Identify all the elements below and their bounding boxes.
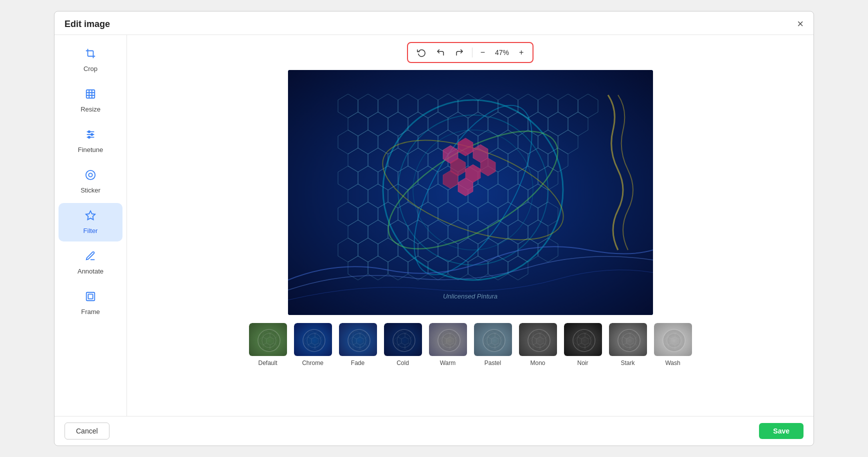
sidebar-item-label-filter: Filter: [84, 227, 98, 234]
filter-thumb-default: [248, 322, 288, 357]
sticker-icon: [85, 170, 96, 184]
filter-thumb-mono: [518, 322, 558, 357]
filter-item-noir[interactable]: Noir: [563, 322, 603, 366]
frame-icon: [85, 291, 96, 305]
image-canvas: Unlicensed Pintura: [288, 70, 653, 315]
cancel-button[interactable]: Cancel: [64, 422, 110, 440]
sidebar-item-label-crop: Crop: [84, 65, 98, 72]
svg-point-216: [577, 334, 591, 348]
filter-label-noir: Noir: [577, 360, 588, 366]
filter-label-wash: Wash: [665, 360, 680, 366]
sidebar: Crop Resize Finetune Sticker Filter Anno…: [54, 35, 127, 416]
svg-point-176: [397, 334, 411, 348]
toolbar: − 47% +: [407, 42, 534, 63]
filter-label-chrome: Chrome: [302, 360, 324, 366]
filter-item-warm[interactable]: Warm: [428, 322, 468, 366]
svg-point-236: [667, 334, 681, 348]
main-content: − 47% +: [127, 35, 814, 416]
svg-rect-11: [88, 294, 92, 298]
filter-thumb-cold: [383, 322, 423, 357]
sidebar-item-label-sticker: Sticker: [80, 186, 100, 194]
filter-thumb-noir: [563, 322, 603, 357]
svg-point-186: [442, 334, 456, 348]
svg-point-196: [487, 334, 501, 348]
modal-title: Edit image: [64, 19, 110, 30]
redo-button[interactable]: [451, 46, 468, 59]
svg-point-6: [88, 136, 90, 138]
filter-item-wash[interactable]: Wash: [653, 322, 693, 366]
sidebar-item-crop[interactable]: Crop: [58, 41, 122, 80]
sidebar-item-annotate[interactable]: Annotate: [58, 244, 122, 282]
filter-thumb-wash: [653, 322, 693, 357]
filter-icon: [85, 210, 96, 224]
modal-footer: Cancel Save: [54, 416, 814, 446]
sidebar-item-label-frame: Frame: [81, 308, 100, 316]
zoom-in-button[interactable]: +: [515, 46, 528, 59]
svg-point-7: [86, 170, 95, 180]
filter-item-mono[interactable]: Mono: [518, 322, 558, 366]
sidebar-item-sticker[interactable]: Sticker: [58, 162, 122, 201]
filter-label-pastel: Pastel: [484, 360, 501, 366]
svg-point-226: [622, 334, 636, 348]
filter-item-stark[interactable]: Stark: [608, 322, 648, 366]
svg-rect-10: [86, 292, 95, 301]
filter-thumb-fade: [338, 322, 378, 357]
watermark: Unlicensed Pintura: [443, 292, 498, 300]
svg-point-8: [88, 173, 92, 176]
sidebar-item-label-annotate: Annotate: [78, 268, 104, 275]
svg-point-166: [352, 334, 366, 348]
sidebar-item-resize[interactable]: Resize: [58, 82, 122, 120]
finetune-icon: [85, 129, 96, 143]
sidebar-item-label-finetune: Finetune: [78, 146, 104, 154]
svg-point-156: [307, 334, 321, 348]
svg-point-146: [262, 334, 276, 348]
filter-item-pastel[interactable]: Pastel: [473, 322, 513, 366]
filter-thumb-warm: [428, 322, 468, 357]
undo-button[interactable]: [432, 46, 449, 59]
filter-thumb-pastel: [473, 322, 513, 357]
filter-label-stark: Stark: [620, 360, 634, 366]
modal-body: Crop Resize Finetune Sticker Filter Anno…: [54, 35, 814, 416]
svg-point-5: [91, 134, 93, 136]
sidebar-item-finetune[interactable]: Finetune: [58, 122, 122, 160]
filter-item-cold[interactable]: Cold: [383, 322, 423, 366]
filter-label-fade: Fade: [351, 360, 364, 366]
sidebar-item-filter[interactable]: Filter: [58, 203, 122, 242]
close-button[interactable]: ×: [797, 18, 804, 30]
svg-rect-0: [86, 90, 95, 98]
zoom-level: 47%: [491, 46, 513, 58]
filter-thumb-stark: [608, 322, 648, 357]
reset-button[interactable]: [413, 46, 430, 59]
annotate-icon: [85, 250, 96, 264]
svg-marker-9: [86, 211, 95, 220]
sidebar-item-frame[interactable]: Frame: [58, 284, 122, 322]
crop-icon: [85, 48, 96, 62]
image-placeholder: Unlicensed Pintura: [288, 70, 653, 315]
resize-icon: [85, 88, 96, 102]
toolbar-divider: [472, 48, 472, 58]
filter-label-mono: Mono: [530, 360, 545, 366]
filter-item-chrome[interactable]: Chrome: [293, 322, 333, 366]
filter-item-fade[interactable]: Fade: [338, 322, 378, 366]
filter-thumb-chrome: [293, 322, 333, 357]
svg-point-206: [532, 334, 546, 348]
svg-point-4: [88, 131, 90, 133]
edit-image-modal: Edit image × Crop Resize Finetune Sticke…: [54, 11, 814, 446]
filter-item-default[interactable]: Default: [248, 322, 288, 366]
modal-header: Edit image ×: [54, 12, 814, 35]
save-button[interactable]: Save: [759, 423, 804, 439]
filter-strip: Default: [248, 322, 693, 368]
sidebar-item-label-resize: Resize: [80, 106, 100, 113]
filter-label-warm: Warm: [440, 360, 456, 366]
filter-label-default: Default: [258, 360, 277, 366]
zoom-out-button[interactable]: −: [476, 46, 489, 59]
filter-label-cold: Cold: [396, 360, 409, 366]
